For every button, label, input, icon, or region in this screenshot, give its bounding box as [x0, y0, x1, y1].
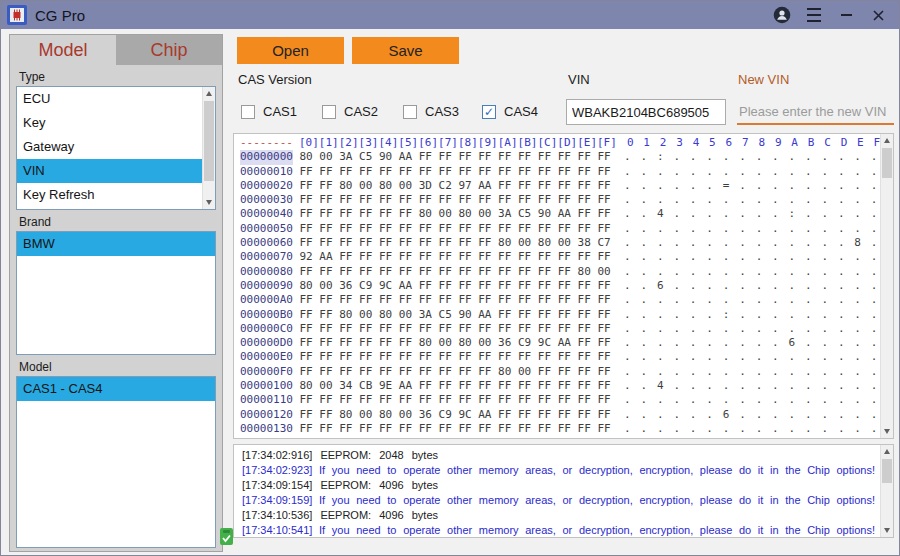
sidebar-item-bmw[interactable]: BMW	[17, 232, 215, 256]
hex-bytes[interactable]: FF FF 80 00 80 00 3D C2 97 AA FF FF FF F…	[299, 179, 614, 193]
hex-address[interactable]: 00000050	[240, 222, 293, 236]
hex-bytes[interactable]: FF FF FF FF FF FF FF FF FF FF FF FF FF F…	[299, 322, 614, 336]
hex-bytes[interactable]: FF FF FF FF FF FF 80 00 80 00 3A C5 90 A…	[299, 207, 614, 221]
vin-input[interactable]	[566, 99, 726, 125]
scrollbar-thumb[interactable]	[882, 148, 892, 178]
close-button[interactable]	[865, 2, 891, 28]
hex-ascii[interactable]: . . . . . . . . . . . . . . 8 .	[624, 236, 879, 250]
hex-bytes[interactable]: FF FF FF FF FF FF FF FF FF FF 80 00 80 0…	[299, 236, 614, 250]
scroll-down-icon[interactable]	[203, 196, 215, 209]
hex-address[interactable]: 00000040	[240, 207, 293, 221]
open-button[interactable]: Open	[237, 37, 344, 64]
hex-bytes[interactable]: 80 00 36 C9 9C AA FF FF FF FF FF FF FF F…	[299, 279, 614, 293]
hex-row[interactable]: 0000007092 AA FF FF FF FF FF FF FF FF FF…	[240, 250, 879, 264]
sidebar-item-gateway[interactable]: Gateway	[17, 135, 215, 159]
hex-row[interactable]: 00000110FF FF FF FF FF FF FF FF FF FF FF…	[240, 393, 879, 407]
scrollbar-thumb[interactable]	[204, 101, 214, 181]
hex-row[interactable]: 00000130FF FF FF FF FF FF FF FF FF FF FF…	[240, 422, 879, 436]
hex-ascii[interactable]: . . . . . . 6 . . . . . . . . .	[624, 408, 879, 422]
sidebar-item-cas1-cas4[interactable]: CAS1 - CAS4	[17, 377, 215, 401]
account-icon[interactable]	[769, 2, 795, 28]
hex-address[interactable]: 000000E0	[240, 350, 293, 364]
scroll-up-icon[interactable]	[881, 134, 893, 147]
hex-row[interactable]: 00000050FF FF FF FF FF FF FF FF FF FF FF…	[240, 222, 879, 236]
hex-bytes[interactable]: FF FF FF FF FF FF FF FF FF FF FF FF FF F…	[299, 165, 614, 179]
hex-row[interactable]: 000000A0FF FF FF FF FF FF FF FF FF FF FF…	[240, 293, 879, 307]
cas-checkbox-cas2[interactable]: CAS2	[322, 104, 378, 119]
hex-row[interactable]: 00000060FF FF FF FF FF FF FF FF FF FF 80…	[240, 236, 879, 250]
hex-address[interactable]: 00000000	[240, 150, 293, 164]
hex-ascii[interactable]: . . 6 . . . . . . . . . . . . .	[624, 279, 879, 293]
sidebar-item-key[interactable]: Key	[17, 111, 215, 135]
hex-address[interactable]: 00000080	[240, 265, 293, 279]
hex-row[interactable]: 000000D0FF FF FF FF FF FF 80 00 80 00 36…	[240, 336, 879, 350]
hex-address[interactable]: 00000090	[240, 279, 293, 293]
cas-checkbox-cas1[interactable]: CAS1	[241, 104, 297, 119]
hex-row[interactable]: 0000010080 00 34 CB 9E AA FF FF FF FF FF…	[240, 379, 879, 393]
tab-model[interactable]: Model	[10, 35, 116, 65]
checkbox-unchecked-icon[interactable]	[241, 105, 255, 119]
hex-ascii[interactable]: . . . . . . . . . . . . . . . .	[624, 422, 879, 436]
hex-bytes[interactable]: FF FF FF FF FF FF FF FF FF FF FF FF FF F…	[299, 222, 614, 236]
hex-bytes[interactable]: 80 00 34 CB 9E AA FF FF FF FF FF FF FF F…	[299, 379, 614, 393]
hex-address[interactable]: 000000B0	[240, 308, 293, 322]
hex-bytes[interactable]: FF FF 80 00 80 00 36 C9 9C AA FF FF FF F…	[299, 408, 614, 422]
hex-address[interactable]: 00000060	[240, 236, 293, 250]
hex-row[interactable]: 00000030FF FF FF FF FF FF FF FF FF FF FF…	[240, 193, 879, 207]
hex-bytes[interactable]: FF FF FF FF FF FF FF FF FF FF FF FF FF F…	[299, 350, 614, 364]
hex-ascii[interactable]: . . . . . . . . . . . . . . . .	[624, 322, 879, 336]
hex-row[interactable]: 00000040FF FF FF FF FF FF 80 00 80 00 3A…	[240, 207, 879, 221]
hex-scrollbar[interactable]	[880, 134, 893, 438]
hex-ascii[interactable]: . . 4 . . . . . . . : . . . . .	[624, 207, 879, 221]
hex-address[interactable]: 000000C0	[240, 322, 293, 336]
hex-bytes[interactable]: FF FF FF FF FF FF FF FF FF FF FF FF FF F…	[299, 193, 614, 207]
hex-address[interactable]: 00000130	[240, 422, 293, 436]
hamburger-menu-icon[interactable]	[801, 2, 827, 28]
hex-row[interactable]: 00000010FF FF FF FF FF FF FF FF FF FF FF…	[240, 165, 879, 179]
hex-ascii[interactable]: . . . . . . . . . . . . . . . .	[624, 193, 879, 207]
hex-ascii[interactable]: . . . . . . . . . . . . . . . .	[624, 222, 879, 236]
hex-bytes[interactable]: 80 00 3A C5 90 AA FF FF FF FF FF FF FF F…	[299, 150, 614, 164]
new-vin-input[interactable]	[737, 99, 894, 125]
hex-row[interactable]: 0000000080 00 3A C5 90 AA FF FF FF FF FF…	[240, 150, 879, 164]
hex-ascii[interactable]: . . . . . . = . . . . . . . . .	[624, 179, 879, 193]
scroll-down-icon[interactable]	[881, 524, 893, 537]
scrollbar-thumb[interactable]	[882, 459, 892, 483]
hex-ascii[interactable]: . . . . . . . . . . . . . . . .	[624, 265, 879, 279]
scroll-up-icon[interactable]	[203, 87, 215, 100]
hex-address[interactable]: 000000F0	[240, 365, 293, 379]
hex-address[interactable]: 00000110	[240, 393, 293, 407]
hex-row[interactable]: 000000C0FF FF FF FF FF FF FF FF FF FF FF…	[240, 322, 879, 336]
sidebar-item-vin[interactable]: VIN	[17, 159, 215, 183]
sidebar-item-key-refresh[interactable]: Key Refresh	[17, 183, 215, 207]
cas-checkbox-cas3[interactable]: CAS3	[403, 104, 459, 119]
hex-row[interactable]: 00000120FF FF 80 00 80 00 36 C9 9C AA FF…	[240, 408, 879, 422]
hex-bytes[interactable]: FF FF FF FF FF FF FF FF FF FF FF FF FF F…	[299, 265, 614, 279]
minimize-button[interactable]	[833, 2, 859, 28]
hex-row[interactable]: 000000E0FF FF FF FF FF FF FF FF FF FF FF…	[240, 350, 879, 364]
save-button[interactable]: Save	[352, 37, 459, 64]
hex-ascii[interactable]: . . . . . . . . . . 6 . . . . .	[624, 336, 879, 350]
hex-bytes[interactable]: FF FF 80 00 80 00 3A C5 90 AA FF FF FF F…	[299, 308, 614, 322]
hex-ascii[interactable]: . . . . . . . . . . . . . . . .	[624, 393, 879, 407]
hex-bytes[interactable]: FF FF FF FF FF FF 80 00 80 00 36 C9 9C A…	[299, 336, 614, 350]
hex-address[interactable]: 000000D0	[240, 336, 293, 350]
hex-address[interactable]: 00000020	[240, 179, 293, 193]
checkbox-unchecked-icon[interactable]	[322, 105, 336, 119]
hex-ascii[interactable]: . . . . . . . . . . . . . . . .	[624, 165, 879, 179]
hex-ascii[interactable]: . . . . . . . . . . . . . . . .	[624, 350, 879, 364]
checkbox-checked-icon[interactable]: ✓	[482, 105, 496, 119]
hex-ascii[interactable]: . . : . . . . . . . . . . . . .	[624, 150, 879, 164]
type-list-scrollbar[interactable]	[202, 87, 215, 209]
cas-checkbox-cas4[interactable]: ✓CAS4	[482, 104, 538, 119]
hex-row[interactable]: 00000020FF FF 80 00 80 00 3D C2 97 AA FF…	[240, 179, 879, 193]
hex-address[interactable]: 00000070	[240, 250, 293, 264]
log-scrollbar[interactable]	[880, 445, 893, 537]
hex-row[interactable]: 0000009080 00 36 C9 9C AA FF FF FF FF FF…	[240, 279, 879, 293]
hex-ascii[interactable]: . . . . . . . . . . . . . . . .	[624, 293, 879, 307]
checkbox-unchecked-icon[interactable]	[403, 105, 417, 119]
tab-chip[interactable]: Chip	[116, 35, 222, 65]
hex-viewer[interactable]: --------[0][1][2][3][4][5][6][7][8][9][A…	[233, 133, 894, 439]
hex-bytes[interactable]: 92 AA FF FF FF FF FF FF FF FF FF FF FF F…	[299, 250, 614, 264]
hex-ascii[interactable]: . . . . . . : . . . . . . . . .	[624, 308, 879, 322]
